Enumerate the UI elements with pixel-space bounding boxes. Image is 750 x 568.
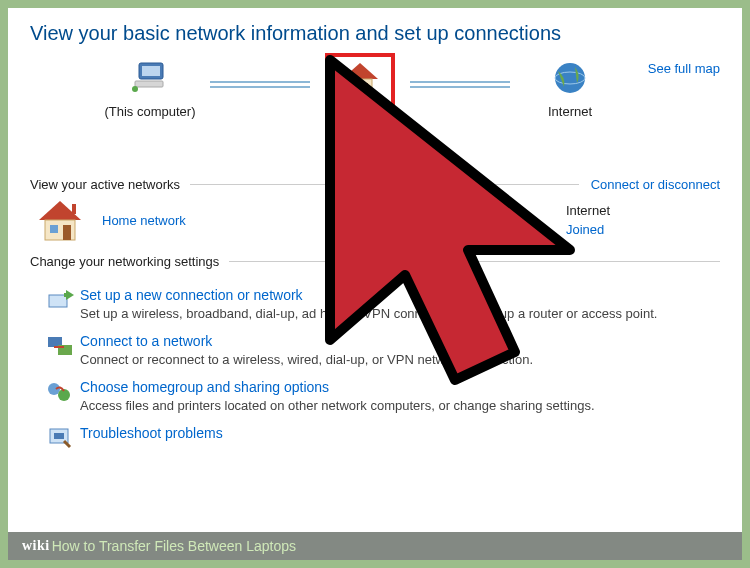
troubleshoot-icon — [46, 425, 80, 454]
settings-label: Change your networking settings — [30, 254, 219, 269]
connect-disconnect-link[interactable]: Connect or disconnect — [591, 177, 720, 192]
network-center-panel: View your basic network information and … — [8, 8, 742, 560]
house-icon — [36, 198, 84, 242]
svg-rect-1 — [142, 66, 160, 76]
see-full-map-link[interactable]: See full map — [648, 61, 720, 76]
svg-rect-7 — [362, 83, 368, 95]
home-network-link[interactable]: Home network — [102, 213, 186, 228]
option-homegroup[interactable]: Choose homegroup and sharing options Acc… — [46, 379, 720, 413]
setup-connection-icon — [46, 287, 80, 316]
active-networks-header: View your active networks Connect or dis… — [30, 177, 720, 192]
map-node-computer-label: (This computer) — [90, 104, 210, 119]
svg-marker-4 — [342, 63, 378, 79]
page-title: View your basic network information and … — [30, 22, 720, 45]
map-node-computer: (This computer) — [90, 59, 210, 119]
option-link[interactable]: Connect to a network — [80, 333, 533, 349]
map-node-internet-label: Internet — [510, 104, 630, 119]
active-networks-label: View your active networks — [30, 177, 180, 192]
option-desc: Access files and printers located on oth… — [80, 398, 595, 413]
settings-header: Change your networking settings — [30, 254, 720, 269]
network-map: See full map (This computer) — [30, 59, 720, 169]
svg-rect-2 — [135, 81, 163, 87]
map-connector — [410, 81, 510, 83]
active-network-row: Home network Internet Joined — [36, 198, 720, 242]
option-link[interactable]: Set up a new connection or network — [80, 287, 657, 303]
svg-rect-6 — [352, 83, 358, 89]
svg-point-20 — [48, 383, 60, 395]
computer-icon — [129, 59, 171, 97]
wiki-brand: wiki — [22, 538, 50, 554]
svg-rect-12 — [50, 225, 58, 233]
caption-bar: wiki How to Transfer Files Between Lapto… — [8, 532, 742, 560]
option-connect-network[interactable]: Connect to a network Connect or reconnec… — [46, 333, 720, 367]
connect-network-icon — [46, 333, 80, 362]
map-node-gateway — [300, 59, 420, 102]
option-troubleshoot[interactable]: Troubleshoot problems — [46, 425, 720, 454]
settings-list: Set up a new connection or network Set u… — [30, 287, 720, 454]
house-icon — [338, 59, 382, 99]
network-info-internet: Internet — [566, 201, 610, 221]
network-info: Internet Joined — [566, 201, 610, 240]
svg-rect-13 — [63, 225, 71, 240]
article-title: How to Transfer Files Between Laptops — [52, 538, 296, 554]
globe-icon — [551, 59, 589, 97]
option-desc: Connect or reconnect to a wireless, wire… — [80, 352, 533, 367]
network-info-joined: Joined — [566, 220, 610, 240]
svg-rect-5 — [348, 79, 372, 95]
map-connector — [210, 81, 310, 83]
svg-rect-23 — [54, 433, 64, 439]
option-link[interactable]: Choose homegroup and sharing options — [80, 379, 595, 395]
svg-rect-17 — [64, 293, 68, 297]
homegroup-icon — [46, 379, 80, 408]
option-desc: Set up a wireless, broadband, dial-up, a… — [80, 306, 657, 321]
option-link[interactable]: Troubleshoot problems — [80, 425, 223, 441]
map-node-internet: Internet — [510, 59, 630, 119]
option-setup-connection[interactable]: Set up a new connection or network Set u… — [46, 287, 720, 321]
svg-point-3 — [132, 86, 138, 92]
svg-rect-14 — [72, 204, 76, 214]
svg-point-8 — [555, 63, 585, 93]
